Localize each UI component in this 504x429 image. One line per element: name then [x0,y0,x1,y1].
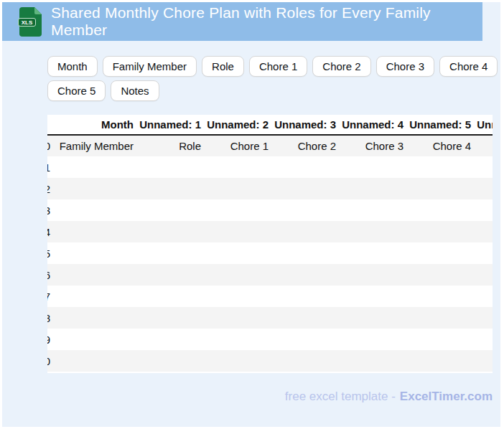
table-cell [274,350,342,372]
table-cell [409,221,477,242]
table-cell [342,242,409,264]
footer: free excel template -ExcelTimer.com [285,390,493,404]
table-cell [274,329,342,350]
table-preview-container: MonthUnnamed: 1Unnamed: 2Unnamed: 3Unnam… [47,115,493,373]
table-cell: Chore 3 [342,135,409,156]
row-index: 2 [47,178,53,199]
table-row: 6 [47,264,493,286]
table-cell [207,242,274,264]
row-index: 9 [47,329,53,350]
table-cell [53,156,139,178]
table-row: 0Family MemberRoleChore 1Chore 2Chore 3C… [47,135,493,156]
row-index: 1 [47,156,53,178]
table-cell [477,221,493,242]
table-cell: Chore 2 [274,135,342,156]
table-cell [274,242,342,264]
table-cell [207,178,274,199]
table-cell [342,264,409,286]
table-cell [53,242,139,264]
table-cell [477,329,493,350]
table-cell [274,264,342,286]
page-title: Shared Monthly Chore Plan with Roles for… [51,4,482,39]
table-cell [139,221,207,242]
xls-file-icon: XLS [18,7,42,37]
table-cell [139,264,207,286]
table-cell [53,329,139,350]
table-header-cell: Unnamed: 5 [409,115,477,135]
table-cell [409,350,477,372]
table-cell [342,221,409,242]
table-row: 9 [47,329,493,350]
title-bar: XLS Shared Monthly Chore Plan with Roles… [2,2,482,41]
table-cell [409,199,477,221]
table-cell [477,156,493,178]
preview-table: MonthUnnamed: 1Unnamed: 2Unnamed: 3Unnam… [47,115,493,372]
chip-chore-5[interactable]: Chore 5 [47,80,106,101]
chip-chore-4[interactable]: Chore 4 [439,56,498,77]
chip-month[interactable]: Month [47,56,98,77]
table-cell [477,242,493,264]
table-cell [409,156,477,178]
table-cell [139,286,207,307]
table-cell [139,329,207,350]
table-cell [207,264,274,286]
table-cell [477,178,493,199]
table-cell [139,350,207,372]
table-cell: Chore 1 [207,135,274,156]
table-cell [207,199,274,221]
chip-chore-3[interactable]: Chore 3 [376,56,434,77]
row-index: 3 [47,199,53,221]
table-cell [207,307,274,329]
table-cell [207,221,274,242]
table-row: 8 [47,307,493,329]
table-cell [207,329,274,350]
table-cell [409,329,477,350]
column-chips: MonthFamily MemberRoleChore 1Chore 2Chor… [47,56,501,101]
table-cell [342,329,409,350]
table-cell: Chore 4 [409,135,477,156]
page: XLS Shared Monthly Chore Plan with Roles… [0,0,504,429]
table-cell [207,156,274,178]
table-cell [207,286,274,307]
chip-family-member[interactable]: Family Member [103,56,197,77]
table-cell [53,350,139,372]
table-cell [53,286,139,307]
table-cell [274,199,342,221]
table-cell [139,242,207,264]
footer-brand-link[interactable]: ExcelTimer.com [400,390,493,403]
table-cell [53,307,139,329]
table-cell [342,199,409,221]
table-cell [274,221,342,242]
table-cell [139,156,207,178]
row-index: 0 [47,135,53,156]
table-row: 7 [47,286,493,307]
table-row: 5 [47,242,493,264]
table-header-row-inner: MonthUnnamed: 1Unnamed: 2Unnamed: 3Unnam… [47,115,493,135]
table-cell [53,221,139,242]
table-cell [53,178,139,199]
table-cell [409,307,477,329]
chip-role[interactable]: Role [202,56,244,77]
table-cell [342,178,409,199]
table-cell [477,350,493,372]
table-cell [139,178,207,199]
chip-chore-1[interactable]: Chore 1 [249,56,307,77]
footer-text: free excel template - [285,390,396,403]
table-cell [342,156,409,178]
table-row: 4 [47,221,493,242]
row-index: 4 [47,221,53,242]
table-row: 3 [47,199,493,221]
table-cell [342,307,409,329]
table-row: 10 [47,350,493,372]
table-cell [409,264,477,286]
chip-chore-2[interactable]: Chore 2 [312,56,370,77]
table-header-cell: Unnamed: 4 [342,115,409,135]
chip-notes[interactable]: Notes [111,80,159,101]
table-cell [477,286,493,307]
table-header-cell: Unnamed: 6 [477,115,493,135]
table-cell [274,156,342,178]
row-index: 5 [47,242,53,264]
table-cell: Family Member [53,135,139,156]
table-cell [342,286,409,307]
table-cell [409,178,477,199]
